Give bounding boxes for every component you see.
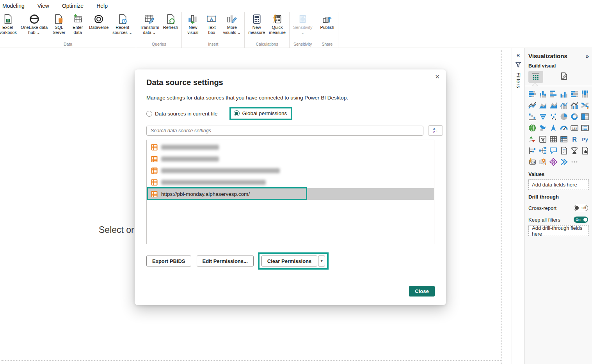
menu-item-modeling[interactable]: Modeling [2, 3, 25, 9]
metrics-icon[interactable] [570, 146, 579, 155]
ribbon-group-label: Share [318, 41, 336, 47]
menu-item-view[interactable]: View [37, 3, 49, 9]
pie-chart-icon[interactable] [559, 112, 569, 121]
ribbon-item-label: hub ⌄ [28, 30, 40, 35]
card-icon[interactable]: 123 [570, 123, 579, 133]
quick-measure-button[interactable]: Quickmeasure [268, 12, 287, 41]
tabs-divider [525, 86, 592, 86]
python-visual-icon[interactable]: Py [580, 135, 590, 144]
data-source-item-selected[interactable]: https://pbi-monday.alphaservesp.com/ [147, 188, 434, 200]
filters-pane-label[interactable]: Filters [516, 73, 521, 88]
close-button[interactable]: Close [409, 286, 435, 297]
clear-permissions-dropdown-button[interactable]: ▼ [318, 256, 325, 266]
scatter-chart-icon[interactable] [549, 112, 558, 121]
sensitivity-button[interactable]: Sensitivity⌄ [292, 12, 314, 41]
data-source-item[interactable] [147, 165, 434, 176]
matrix-icon[interactable] [559, 135, 569, 144]
lightning-123-icon[interactable]: 123 [528, 157, 537, 167]
filled-map-icon[interactable] [538, 123, 548, 133]
tab-format-visual[interactable] [556, 71, 571, 83]
line-chart-icon[interactable] [528, 101, 537, 110]
collapse-filters-icon[interactable]: « [517, 52, 520, 58]
kpi-icon[interactable] [528, 135, 537, 144]
radio-unselected-icon[interactable] [146, 111, 152, 117]
data-source-item[interactable] [147, 176, 434, 188]
waterfall-chart-icon[interactable] [528, 112, 537, 121]
qa-visual-icon[interactable] [549, 146, 558, 155]
ribbon: XExcelworkbookOneLake datahub ⌄SQLServer… [0, 12, 592, 48]
new-measure-button[interactable]: Newmeasure [247, 12, 266, 41]
excel-workbook-button[interactable]: XExcelworkbook [0, 12, 18, 41]
area-chart-icon[interactable] [538, 101, 548, 110]
gauge-icon[interactable] [559, 123, 569, 133]
more-visuals-button[interactable]: Morevisuals ⌄ [222, 12, 242, 41]
ribbon-item-label: measure [269, 30, 286, 35]
filter-funnel-icon [515, 61, 522, 69]
expand-visualizations-icon[interactable]: » [586, 53, 589, 59]
data-source-url: https://pbi-monday.alphaservesp.com/ [161, 191, 250, 197]
power-automate-icon[interactable] [559, 157, 569, 167]
clear-permissions-button[interactable]: Clear Permissions [261, 256, 317, 266]
data-source-item[interactable] [147, 153, 434, 165]
ribbon-item-label: Refresh [163, 25, 178, 30]
power-apps-icon[interactable] [549, 157, 558, 167]
ribbon-item-label: sources ⌄ [112, 30, 132, 35]
azure-map-icon[interactable] [549, 123, 558, 133]
radio-data-sources-in-current-file[interactable]: Data sources in current file [146, 111, 218, 117]
menu-item-help[interactable]: Help [96, 3, 108, 9]
paginated-report-icon[interactable] [580, 146, 590, 155]
edit-permissions-button[interactable]: Edit Permissions... [197, 256, 254, 266]
table-icon[interactable] [549, 135, 558, 144]
radio-global-permissions[interactable]: Global permissions [234, 110, 287, 116]
values-section-label: Values [525, 167, 592, 179]
funnel-chart-icon[interactable] [538, 112, 548, 121]
100-stacked-column-chart-icon[interactable] [580, 89, 590, 99]
more-visuals-ellipsis-icon[interactable] [570, 157, 579, 167]
data-source-table-icon [151, 156, 158, 162]
enter-data-button[interactable]: Enterdata [69, 12, 86, 41]
slicer-icon[interactable] [538, 135, 548, 144]
close-icon[interactable]: ✕ [433, 73, 441, 81]
tab-build-visual[interactable] [528, 71, 543, 83]
clustered-bar-chart-icon[interactable] [549, 89, 558, 99]
recent-sources-button[interactable]: Recentsources ⌄ [111, 12, 133, 41]
100-stacked-bar-chart-icon[interactable] [570, 89, 579, 99]
donut-chart-icon[interactable] [570, 112, 579, 121]
dataverse-button[interactable]: Dataverse [88, 12, 110, 41]
export-pbids-button[interactable]: Export PBIDS [146, 256, 191, 266]
publish-button[interactable]: Publish [318, 12, 336, 41]
ribbon-item-label: Sensitivity [293, 25, 313, 30]
sql-server-button[interactable]: SQLServer [50, 12, 68, 41]
map-icon[interactable] [528, 123, 537, 133]
add-drill-through-fields-dropzone[interactable]: Add drill-through fields here [528, 226, 589, 236]
stacked-column-chart-icon[interactable] [538, 89, 548, 99]
add-data-fields-dropzone[interactable]: Add data fields here [528, 179, 589, 190]
arcgis-map-icon[interactable] [538, 157, 548, 167]
text-box-button[interactable]: ATextbox [203, 12, 220, 41]
clustered-column-chart-icon[interactable] [559, 89, 569, 99]
onelake-data-hub-button[interactable]: OneLake datahub ⌄ [20, 12, 49, 41]
toggle-switch-off[interactable]: Off [574, 205, 588, 211]
ribbon-item-label: visuals ⌄ [223, 30, 241, 35]
ribbon-chart-icon[interactable] [580, 101, 590, 110]
stacked-area-chart-icon[interactable] [549, 101, 558, 110]
search-input[interactable] [146, 126, 423, 136]
radio-selected-icon[interactable] [234, 110, 240, 116]
toggle-switch-on[interactable]: On [574, 217, 588, 223]
key-influencers-icon[interactable] [528, 146, 537, 155]
data-source-item[interactable] [147, 141, 434, 153]
menu-item-optimize[interactable]: Optimize [62, 3, 84, 9]
decomposition-tree-icon[interactable] [538, 146, 548, 155]
line-and-stacked-column-chart-icon[interactable] [559, 101, 569, 110]
treemap-icon[interactable] [580, 112, 590, 121]
multi-row-card-icon[interactable] [580, 123, 590, 133]
smart-narrative-icon[interactable] [559, 146, 569, 155]
stacked-bar-chart-icon[interactable] [528, 89, 537, 99]
transform-data-button[interactable]: Transformdata ⌄ [139, 12, 160, 41]
sort-button[interactable]: A Z ↓ [428, 125, 443, 136]
refresh-button[interactable]: Refresh [162, 12, 180, 41]
r-script-visual-icon[interactable]: R [570, 135, 579, 144]
new-visual-button[interactable]: Newvisual [184, 12, 201, 41]
ribbon-group-label: Sensitivity [292, 41, 314, 47]
line-and-clustered-column-chart-icon[interactable] [570, 101, 579, 110]
